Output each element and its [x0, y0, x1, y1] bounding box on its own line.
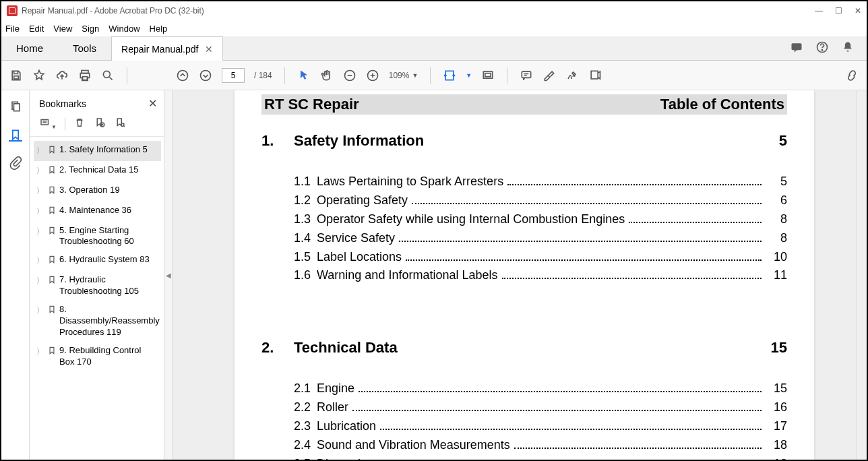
chevron-right-icon[interactable]: 〉: [36, 305, 44, 315]
tab-close-icon[interactable]: ✕: [205, 44, 213, 55]
bookmarks-tools: ▼: [30, 114, 164, 137]
toc-row-title: Dimensions: [317, 455, 380, 460]
tab-document-label: Repair Manual.pdf: [121, 44, 198, 55]
chevron-right-icon[interactable]: 〉: [36, 166, 44, 175]
bookmark-item[interactable]: 〉2. Technical Data 15: [34, 161, 161, 181]
chevron-right-icon[interactable]: 〉: [36, 146, 44, 155]
page-number-input[interactable]: [222, 68, 245, 83]
save-icon[interactable]: [9, 69, 23, 82]
bookmark-item[interactable]: 〉5. Engine Starting Troubleshooting 60: [34, 222, 161, 251]
highlight-icon[interactable]: [542, 69, 556, 82]
tab-tools[interactable]: Tools: [58, 36, 111, 60]
stamp-icon[interactable]: [588, 69, 602, 82]
bookmark-item[interactable]: 〉8. Disassembly/Reassembly Procedures 11…: [34, 301, 161, 342]
search-icon[interactable]: [101, 69, 115, 82]
menu-view[interactable]: View: [53, 24, 72, 34]
maximize-button[interactable]: ☐: [835, 6, 842, 16]
bookmark-item[interactable]: 〉9. Rebuilding Control Box 170: [34, 342, 161, 371]
toc-row-page: 10: [766, 248, 787, 267]
page-view[interactable]: RT SC Repair Table of Contents 1.Safety …: [173, 90, 856, 460]
menu-file[interactable]: File: [5, 24, 20, 34]
vertical-scrollbar[interactable]: [856, 90, 867, 460]
toc-dots: [412, 203, 762, 204]
close-window-button[interactable]: ✕: [855, 6, 861, 16]
page: RT SC Repair Table of Contents 1.Safety …: [235, 90, 814, 460]
bookmark-icon: [47, 185, 57, 198]
toc-row[interactable]: 1.3Operator Safety while using Internal …: [261, 210, 787, 229]
hand-icon[interactable]: [320, 69, 334, 82]
thumbnails-icon[interactable]: [9, 100, 22, 113]
toc-section: 1.Safety Information5: [261, 132, 787, 150]
toc-row[interactable]: 1.2Operating Safety6: [261, 191, 787, 210]
toc-row-page: 6: [766, 191, 787, 210]
delete-bookmark-icon[interactable]: [73, 117, 86, 131]
toc-row[interactable]: 1.5Label Locations10: [261, 248, 787, 267]
bookmark-label: 1. Safety Information 5: [59, 144, 158, 156]
star-icon[interactable]: [32, 69, 46, 82]
bookmark-item[interactable]: 〉4. Maintenance 36: [34, 202, 161, 222]
toc-dots: [629, 222, 762, 223]
view-mode-icon[interactable]: [481, 69, 495, 82]
chevron-right-icon[interactable]: 〉: [36, 186, 44, 195]
toc-row[interactable]: 1.6Warning and Informational Labels11: [261, 266, 787, 285]
bookmark-item[interactable]: 〉7. Hydraulic Troubleshooting 105: [34, 271, 161, 301]
menu-window[interactable]: Window: [108, 24, 140, 34]
toc-dots: [514, 448, 762, 449]
bookmark-item[interactable]: 〉3. Operation 19: [34, 181, 161, 202]
bookmark-item[interactable]: 〉1. Safety Information 5: [34, 141, 161, 161]
toc-row[interactable]: 2.2Roller16: [261, 398, 787, 417]
comment-icon[interactable]: [520, 69, 533, 82]
bell-icon[interactable]: [841, 40, 855, 56]
chevron-down-icon[interactable]: ▼: [466, 72, 472, 79]
bookmarks-icon[interactable]: [9, 128, 22, 142]
find-bookmark-icon[interactable]: [114, 117, 126, 131]
bookmark-item[interactable]: 〉6. Hydraulic System 83: [34, 251, 161, 271]
page-up-icon[interactable]: [176, 69, 189, 82]
help-icon[interactable]: [815, 40, 829, 56]
link-icon[interactable]: [845, 69, 859, 82]
bookmark-icon: [47, 145, 57, 158]
tab-home[interactable]: Home: [1, 36, 58, 60]
fit-width-icon[interactable]: [443, 69, 456, 82]
new-bookmark-icon[interactable]: [94, 117, 106, 131]
pointer-icon[interactable]: [297, 69, 311, 82]
attachments-icon[interactable]: [9, 156, 22, 170]
page-header-right: Table of Contents: [660, 96, 784, 113]
print-icon[interactable]: [78, 69, 92, 82]
menu-edit[interactable]: Edit: [29, 24, 44, 34]
toc-row[interactable]: 2.4Sound and Vibration Measurements18: [261, 436, 787, 455]
title-bar: Repair Manual.pdf - Adobe Acrobat Pro DC…: [1, 1, 867, 20]
bookmark-label: 8. Disassembly/Reassembly Procedures 119: [59, 304, 160, 338]
chevron-right-icon[interactable]: 〉: [36, 226, 44, 236]
toc-row[interactable]: 2.1Engine15: [261, 379, 787, 398]
bookmark-icon: [47, 226, 57, 239]
zoom-out-icon[interactable]: [343, 69, 356, 82]
chevron-right-icon[interactable]: 〉: [36, 276, 44, 285]
toc-row[interactable]: 2.5Dimensions18: [261, 455, 787, 460]
toc-row-title: Operator Safety while using Internal Com…: [317, 210, 625, 229]
menu-help[interactable]: Help: [150, 24, 168, 34]
bookmarks-list: 〉1. Safety Information 5〉2. Technical Da…: [30, 137, 164, 460]
bookmarks-close-icon[interactable]: ✕: [148, 97, 157, 110]
chat-icon[interactable]: [790, 40, 803, 56]
svg-point-2: [822, 50, 822, 51]
zoom-in-icon[interactable]: [366, 69, 379, 82]
chevron-right-icon[interactable]: 〉: [36, 255, 44, 265]
page-down-icon[interactable]: [199, 69, 212, 82]
collapse-handle[interactable]: ◀: [164, 90, 173, 460]
page-total: / 184: [254, 71, 272, 80]
toc-row[interactable]: 1.4Service Safety8: [261, 229, 787, 248]
toc-row[interactable]: 2.3Lubrication17: [261, 417, 787, 436]
toc-row[interactable]: 1.1Laws Pertaining to Spark Arresters5: [261, 173, 787, 191]
sign-icon[interactable]: [565, 69, 579, 82]
minimize-button[interactable]: —: [815, 6, 823, 16]
bookmark-options-icon[interactable]: ▼: [39, 117, 57, 131]
svg-rect-11: [445, 71, 454, 80]
bookmark-label: 3. Operation 19: [59, 185, 158, 196]
chevron-right-icon[interactable]: 〉: [36, 206, 44, 216]
menu-sign[interactable]: Sign: [82, 24, 99, 34]
chevron-right-icon[interactable]: 〉: [36, 346, 44, 356]
tab-document[interactable]: Repair Manual.pdf ✕: [111, 36, 223, 61]
cloud-upload-icon[interactable]: [55, 69, 69, 82]
zoom-level[interactable]: 109%▼: [389, 71, 418, 80]
